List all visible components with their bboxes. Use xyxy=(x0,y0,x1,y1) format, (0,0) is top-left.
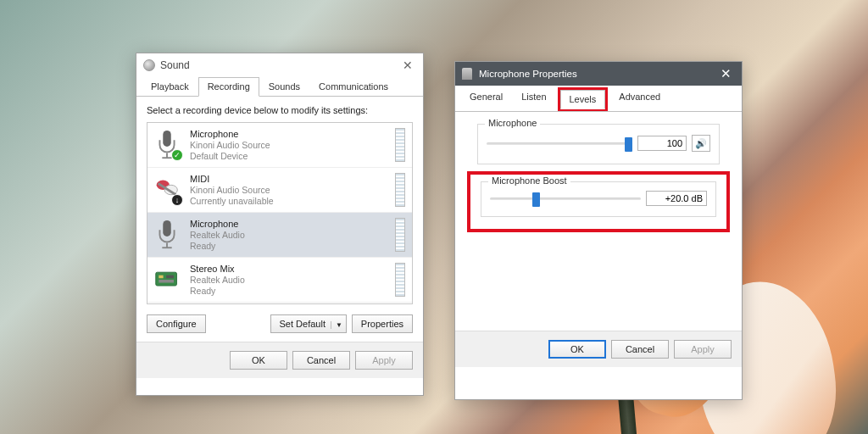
device-name: Microphone xyxy=(190,129,395,140)
properties-button[interactable]: Properties xyxy=(352,314,413,333)
slider-thumb[interactable] xyxy=(625,137,632,152)
down-arrow-icon: ↓ xyxy=(171,194,183,206)
microphone-icon xyxy=(462,68,472,80)
microphone-label: Microphone xyxy=(485,118,540,128)
device-source: Kinoni Audio Source xyxy=(190,185,395,196)
recording-panel: Select a recording device below to modif… xyxy=(136,97,423,342)
ok-button[interactable]: OK xyxy=(230,351,287,370)
level-meter xyxy=(395,128,405,162)
sound-footer: OK Cancel Apply xyxy=(136,342,423,378)
set-default-button[interactable]: Set Default▼ xyxy=(270,314,347,333)
microphone-value[interactable] xyxy=(637,136,687,151)
sound-titlebar[interactable]: Sound ✕ xyxy=(136,53,423,77)
apply-button[interactable]: Apply xyxy=(674,340,732,359)
props-title-text: Microphone Properties xyxy=(479,69,577,79)
configure-button[interactable]: Configure xyxy=(147,314,206,333)
microphone-level-group: Microphone 🔊 xyxy=(477,124,720,164)
boost-value[interactable] xyxy=(646,191,707,206)
props-titlebar[interactable]: Microphone Properties ✕ xyxy=(455,62,742,86)
close-icon[interactable]: ✕ xyxy=(399,58,416,72)
slider-thumb[interactable] xyxy=(532,192,540,207)
device-name: Microphone xyxy=(190,219,395,230)
close-icon[interactable]: ✕ xyxy=(717,66,735,81)
svg-rect-10 xyxy=(166,275,174,279)
check-icon: ✓ xyxy=(171,149,183,161)
device-row[interactable]: ✓ Microphone Kinoni Audio Source Default… xyxy=(147,123,412,168)
device-status: Ready xyxy=(190,286,395,297)
props-tabs: General Listen Levels Advanced xyxy=(455,87,742,112)
device-status: Default Device xyxy=(190,151,395,162)
tab-communications[interactable]: Communications xyxy=(309,77,398,97)
tab-recording[interactable]: Recording xyxy=(198,77,259,97)
svg-rect-9 xyxy=(159,275,163,279)
mic-properties-window: Microphone Properties ✕ General Listen L… xyxy=(454,61,743,400)
device-source: Realtek Audio xyxy=(190,230,395,241)
device-status: Currently unavailable xyxy=(190,196,395,207)
level-meter xyxy=(395,263,405,297)
svg-rect-5 xyxy=(163,220,171,236)
apply-button[interactable]: Apply xyxy=(355,351,413,370)
props-footer: OK Cancel Apply xyxy=(455,331,742,367)
sound-icon xyxy=(143,59,155,71)
microphone-slider[interactable] xyxy=(487,142,632,145)
instruction-text: Select a recording device below to modif… xyxy=(147,105,413,115)
device-row[interactable]: ↓ MIDI Kinoni Audio Source Currently una… xyxy=(147,168,412,213)
sound-tabs: Playback Recording Sounds Communications xyxy=(136,77,423,97)
sound-title-text: Sound xyxy=(160,59,190,71)
svg-rect-8 xyxy=(156,272,177,286)
ok-button[interactable]: OK xyxy=(548,340,606,359)
svg-rect-11 xyxy=(159,280,174,283)
microphone-icon xyxy=(154,219,183,251)
boost-label: Microphone Boost xyxy=(488,175,570,186)
microphone-icon: ✓ xyxy=(154,129,183,161)
device-row[interactable]: Stereo Mix Realtek Audio Ready xyxy=(147,258,412,303)
chevron-down-icon[interactable]: ▼ xyxy=(331,321,342,329)
cancel-button[interactable]: Cancel xyxy=(292,351,350,370)
cancel-button[interactable]: Cancel xyxy=(611,340,669,359)
tab-listen[interactable]: Listen xyxy=(512,87,555,112)
tab-sounds[interactable]: Sounds xyxy=(259,77,309,97)
svg-rect-0 xyxy=(163,131,171,147)
level-meter xyxy=(395,218,405,252)
microphone-boost-group: Microphone Boost xyxy=(481,181,716,217)
highlight-boost-group: Microphone Boost xyxy=(467,171,730,232)
tab-general[interactable]: General xyxy=(460,87,512,112)
device-source: Kinoni Audio Source xyxy=(190,140,395,151)
tab-playback[interactable]: Playback xyxy=(142,77,198,97)
tab-levels[interactable]: Levels xyxy=(560,90,606,109)
sound-window: Sound ✕ Playback Recording Sounds Commun… xyxy=(136,53,424,396)
device-name: Stereo Mix xyxy=(190,264,395,275)
speaker-icon[interactable]: 🔊 xyxy=(692,135,710,152)
device-name: MIDI xyxy=(190,174,395,185)
boost-slider[interactable] xyxy=(490,198,641,200)
device-row[interactable]: Microphone Realtek Audio Ready xyxy=(147,213,412,258)
tab-advanced[interactable]: Advanced xyxy=(609,87,670,112)
device-source: Realtek Audio xyxy=(190,275,395,286)
device-status: Ready xyxy=(190,241,395,252)
highlight-levels-tab: Levels xyxy=(558,87,609,111)
midi-icon: ↓ xyxy=(154,174,183,206)
soundcard-icon xyxy=(154,264,183,296)
device-list[interactable]: ✓ Microphone Kinoni Audio Source Default… xyxy=(147,122,413,304)
level-meter xyxy=(395,173,405,207)
